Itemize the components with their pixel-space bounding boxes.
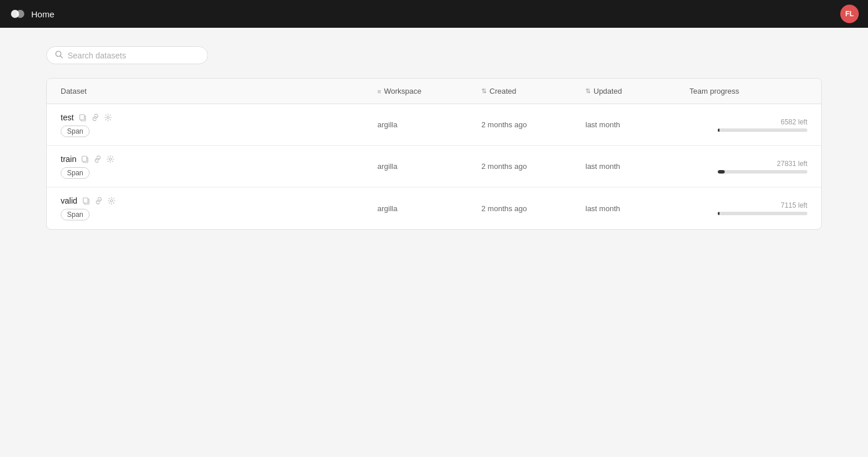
- svg-rect-5: [80, 115, 84, 120]
- copy-icon[interactable]: [79, 113, 87, 121]
- datasets-table: Dataset ≡ Workspace ⇅ Created ⇅ Updated …: [46, 78, 822, 230]
- link-icon[interactable]: [95, 197, 103, 205]
- search-input[interactable]: [68, 51, 199, 60]
- progress-left: 6582 left: [781, 118, 807, 126]
- progress-bar-bg: [718, 128, 807, 132]
- svg-line-3: [61, 56, 63, 58]
- created-cell: 2 months ago: [477, 155, 581, 178]
- user-avatar[interactable]: FL: [840, 5, 859, 23]
- updated-cell: last month: [581, 113, 685, 136]
- dataset-name-row: valid: [61, 196, 368, 205]
- sort-created-icon: ⇅: [481, 87, 487, 95]
- table-row: test Span argilla 2 months ago la: [47, 104, 821, 146]
- svg-point-1: [16, 10, 24, 18]
- link-icon[interactable]: [94, 155, 102, 163]
- progress-bar-fill: [718, 128, 719, 132]
- dataset-name-row: test: [61, 113, 368, 122]
- dataset-cell-test: test Span: [56, 106, 373, 144]
- workspace-cell: argilla: [373, 197, 477, 220]
- svg-rect-8: [82, 156, 87, 161]
- created-cell: 2 months ago: [477, 113, 581, 136]
- th-team-progress: Team progress: [685, 79, 812, 104]
- dataset-cell-train: train Span: [56, 148, 373, 186]
- created-cell: 2 months ago: [477, 197, 581, 220]
- header-left: Home: [9, 6, 54, 22]
- copy-icon[interactable]: [81, 155, 89, 163]
- progress-bar-bg: [718, 212, 807, 215]
- progress-bar-bg: [718, 170, 807, 174]
- settings-icon[interactable]: [107, 197, 116, 205]
- updated-cell: last month: [581, 197, 685, 220]
- dataset-cell-valid: valid Span: [56, 189, 373, 227]
- page-title: Home: [31, 9, 54, 19]
- th-updated: ⇅ Updated: [581, 79, 685, 104]
- svg-point-9: [109, 158, 112, 160]
- workspace-cell: argilla: [373, 113, 477, 136]
- search-icon: [55, 50, 63, 60]
- settings-icon[interactable]: [104, 113, 112, 121]
- th-workspace: ≡ Workspace: [373, 79, 477, 104]
- progress-bar-fill: [718, 170, 725, 174]
- main-content: Dataset ≡ Workspace ⇅ Created ⇅ Updated …: [0, 28, 868, 248]
- link-icon[interactable]: [91, 113, 99, 121]
- search-box: [46, 46, 208, 64]
- settings-icon[interactable]: [106, 155, 114, 163]
- app-logo: [9, 6, 25, 22]
- svg-point-6: [107, 116, 109, 119]
- table-row: valid Span argilla 2 months ago l: [47, 187, 821, 229]
- progress-bar-fill: [718, 212, 719, 215]
- dataset-name: train: [61, 154, 76, 164]
- table-header: Dataset ≡ Workspace ⇅ Created ⇅ Updated …: [47, 79, 821, 104]
- progress-cell: 7115 left: [685, 194, 812, 222]
- table-row: train Span argilla 2 months ago l: [47, 146, 821, 187]
- svg-point-12: [110, 200, 113, 202]
- dataset-badge: Span: [61, 209, 368, 220]
- workspace-cell: argilla: [373, 155, 477, 178]
- dataset-name: test: [61, 113, 74, 122]
- filter-icon: ≡: [377, 88, 381, 95]
- progress-left: 27831 left: [777, 160, 807, 168]
- progress-cell: 27831 left: [685, 153, 812, 180]
- dataset-badge: Span: [61, 126, 368, 137]
- copy-icon[interactable]: [82, 197, 90, 205]
- app-header: Home FL: [0, 0, 868, 28]
- dataset-name: valid: [61, 196, 77, 205]
- th-created: ⇅ Created: [477, 79, 581, 104]
- th-dataset: Dataset: [56, 79, 373, 104]
- dataset-badge: Span: [61, 167, 368, 179]
- search-container: [46, 46, 822, 64]
- dataset-name-row: train: [61, 154, 368, 164]
- updated-cell: last month: [581, 155, 685, 178]
- progress-cell: 6582 left: [685, 111, 812, 139]
- svg-rect-11: [83, 198, 88, 203]
- progress-left: 7115 left: [781, 201, 807, 209]
- sort-updated-icon: ⇅: [585, 87, 591, 95]
